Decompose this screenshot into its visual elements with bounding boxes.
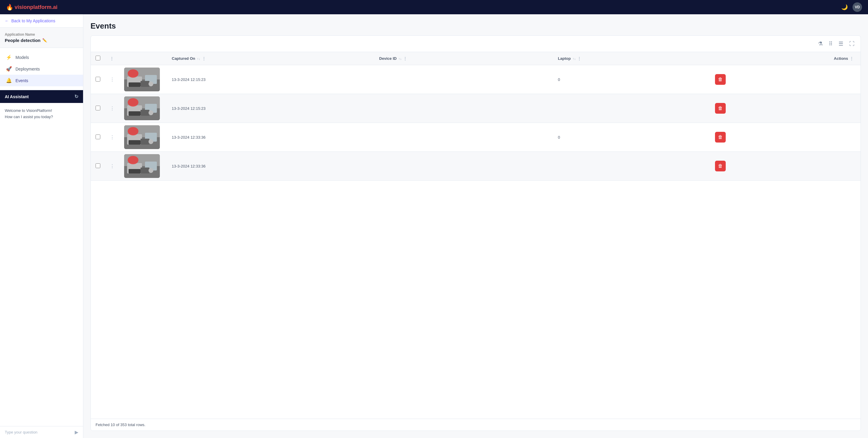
row-laptop: 0	[553, 65, 710, 94]
row-checkbox[interactable]	[96, 77, 100, 82]
select-all-checkbox[interactable]	[96, 56, 100, 60]
row-image-cell	[119, 152, 167, 181]
svg-point-20	[128, 127, 138, 135]
row-image-cell	[119, 65, 167, 94]
topnav-right: 🌙 VD	[840, 2, 862, 12]
trash-icon: 🗑	[718, 163, 723, 169]
fire-icon: 🔥	[6, 4, 13, 11]
laptop-sort-icon: ↑↓	[572, 57, 576, 60]
row-device-id	[374, 123, 553, 152]
row-captured-on: 13-3-2024 12:15:23	[167, 65, 374, 94]
svg-point-23	[149, 139, 153, 144]
table-toolbar: ⚗ ⠿ ☰ ⛶	[91, 36, 861, 52]
columns-list-button[interactable]: ☰	[837, 39, 844, 48]
events-card: ⚗ ⠿ ☰ ⛶ ⋮	[91, 35, 861, 431]
table-footer: Fetched 10 of 353 total rows.	[91, 419, 861, 431]
delete-row-button[interactable]: 🗑	[715, 74, 726, 85]
edit-app-name-icon[interactable]: ✏️	[42, 38, 47, 42]
back-label: Back to My Applications	[11, 19, 55, 23]
svg-rect-6	[129, 83, 141, 87]
events-table: ⋮ Captured On ↑↓ ⋮	[91, 52, 861, 181]
fullscreen-button[interactable]: ⛶	[848, 39, 856, 48]
row-checkbox-cell	[91, 65, 105, 94]
events-table-body: ⋮ 13-3-2024 12:15:23 0 🗑	[91, 65, 861, 181]
ai-assistant-header: AI Assistant ↻	[0, 90, 83, 103]
layout: ← Back to My Applications Application Na…	[0, 14, 868, 438]
table-header-row: ⋮ Captured On ↑↓ ⋮	[91, 52, 861, 65]
laptop-col-menu-icon[interactable]: ⋮	[578, 57, 581, 61]
row-menu-icon: ⋮	[110, 56, 114, 61]
svg-rect-21	[141, 139, 149, 145]
sidebar-item-models[interactable]: ⚡ Models	[0, 52, 83, 63]
svg-point-15	[149, 111, 153, 115]
row-laptop	[553, 94, 710, 123]
row-menu-cell: ⋮	[105, 94, 119, 123]
models-icon: ⚡	[6, 55, 12, 60]
row-captured-on: 13-3-2024 12:33:36	[167, 152, 374, 181]
sidebar-item-events[interactable]: 🔔 Events	[0, 75, 83, 86]
svg-rect-30	[129, 169, 141, 174]
trash-icon: 🗑	[718, 106, 723, 111]
th-laptop[interactable]: Laptop ↑↓ ⋮	[553, 52, 710, 65]
ai-send-icon[interactable]: ▶	[75, 429, 78, 435]
row-thumbnail	[124, 154, 160, 178]
table-row: ⋮ 13-3-2024 12:15:23 0 🗑	[91, 65, 861, 94]
row-checkbox[interactable]	[96, 106, 100, 111]
row-checkbox[interactable]	[96, 134, 100, 139]
device-id-sort-icon: ↑↓	[398, 57, 402, 60]
table-row: ⋮ 13-3-2024 12:33:36 🗑	[91, 152, 861, 181]
app-name-label: Application Name	[5, 32, 78, 37]
svg-rect-13	[141, 110, 149, 116]
row-captured-on: 13-3-2024 12:33:36	[167, 123, 374, 152]
columns-dense-button[interactable]: ⠿	[828, 39, 834, 48]
row-image-cell	[119, 123, 167, 152]
svg-rect-29	[141, 167, 149, 174]
svg-point-12	[128, 98, 138, 106]
th-actions: Actions ⋮	[710, 52, 861, 65]
events-table-wrapper: ⋮ Captured On ↑↓ ⋮	[91, 52, 861, 419]
sidebar-item-deployments[interactable]: 🚀 Deployments	[0, 63, 83, 75]
row-checkbox-cell	[91, 123, 105, 152]
row-menu-header: ⋮	[105, 52, 119, 65]
th-captured-on[interactable]: Captured On ↑↓ ⋮	[167, 52, 374, 65]
row-menu-cell: ⋮	[105, 123, 119, 152]
filter-button[interactable]: ⚗	[817, 39, 824, 48]
svg-point-31	[149, 168, 153, 173]
delete-row-button[interactable]: 🗑	[715, 132, 726, 143]
table-row: ⋮ 13-3-2024 12:33:36 0 🗑	[91, 123, 861, 152]
delete-row-button[interactable]: 🗑	[715, 161, 726, 171]
page-title: Events	[91, 22, 861, 31]
sidebar: ← Back to My Applications Application Na…	[0, 14, 83, 438]
deployments-icon: 🚀	[6, 66, 12, 72]
captured-on-col-menu-icon[interactable]: ⋮	[202, 57, 206, 61]
dark-mode-toggle[interactable]: 🌙	[840, 3, 849, 11]
user-avatar[interactable]: VD	[852, 2, 862, 12]
ai-refresh-icon[interactable]: ↻	[74, 94, 78, 99]
ai-assistant-panel: AI Assistant ↻ Welcome to VisionPlatform…	[0, 90, 83, 438]
device-id-col-menu-icon[interactable]: ⋮	[403, 57, 407, 61]
app-info-section: Application Name People detection ✏️	[0, 28, 83, 48]
delete-row-button[interactable]: 🗑	[715, 103, 726, 114]
row-laptop: 0	[553, 123, 710, 152]
ai-assistant-body: Welcome to VisionPlatform! How can I ass…	[0, 103, 83, 426]
sidebar-nav: ⚡ Models 🚀 Deployments 🔔 Events	[0, 48, 83, 90]
sidebar-item-deployments-label: Deployments	[16, 67, 40, 71]
row-menu-cell: ⋮	[105, 152, 119, 181]
row-checkbox-cell	[91, 94, 105, 123]
actions-col-menu-icon[interactable]: ⋮	[850, 57, 854, 61]
svg-rect-5	[141, 81, 149, 87]
table-footer-text: Fetched 10 of 353 total rows.	[96, 423, 146, 427]
ai-input-area: ▶	[0, 426, 83, 438]
ai-question-input[interactable]	[5, 430, 72, 434]
row-thumbnail	[124, 96, 160, 120]
row-image-cell	[119, 94, 167, 123]
main-content: Events ⚗ ⠿ ☰ ⛶	[83, 14, 868, 438]
table-row: ⋮ 13-3-2024 12:15:23 🗑	[91, 94, 861, 123]
back-to-applications-link[interactable]: ← Back to My Applications	[0, 14, 83, 28]
svg-rect-14	[129, 111, 141, 116]
th-device-id[interactable]: Device ID ↑↓ ⋮	[374, 52, 553, 65]
svg-rect-22	[129, 140, 141, 145]
row-checkbox[interactable]	[96, 163, 100, 168]
trash-icon: 🗑	[718, 77, 723, 82]
logo: 🔥 visionplatform.ai	[6, 4, 57, 11]
